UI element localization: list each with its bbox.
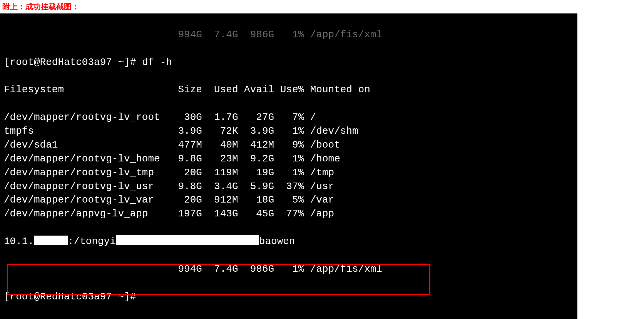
prompt-line: [root@RedHatc03a97 ~]# df -h: [4, 56, 575, 70]
df-output-body: /dev/mapper/rootvg-lv_root 30G 1.7G 27G …: [4, 111, 575, 221]
prompt-line-idle[interactable]: [root@RedHatc03a97 ~]#: [4, 290, 575, 304]
terminal-window[interactable]: 994G 7.4G 986G 1% /app/fis/xml [root@Red…: [0, 13, 577, 319]
redacted-path: [116, 235, 259, 245]
df-header: Filesystem Size Used Avail Use% Mounted …: [4, 83, 575, 97]
command-text: df -h: [142, 56, 172, 68]
caption-text: 附上：成功挂载截图：: [0, 0, 644, 13]
redacted-ip: [34, 236, 68, 245]
nfs-data-line: 994G 7.4G 986G 1% /app/fis/xml: [4, 263, 575, 276]
scrollback-partial: 994G 7.4G 986G 1% /app/fis/xml: [4, 28, 575, 42]
nfs-fs-line: 10.1.:/tongyibaowen: [4, 235, 575, 249]
